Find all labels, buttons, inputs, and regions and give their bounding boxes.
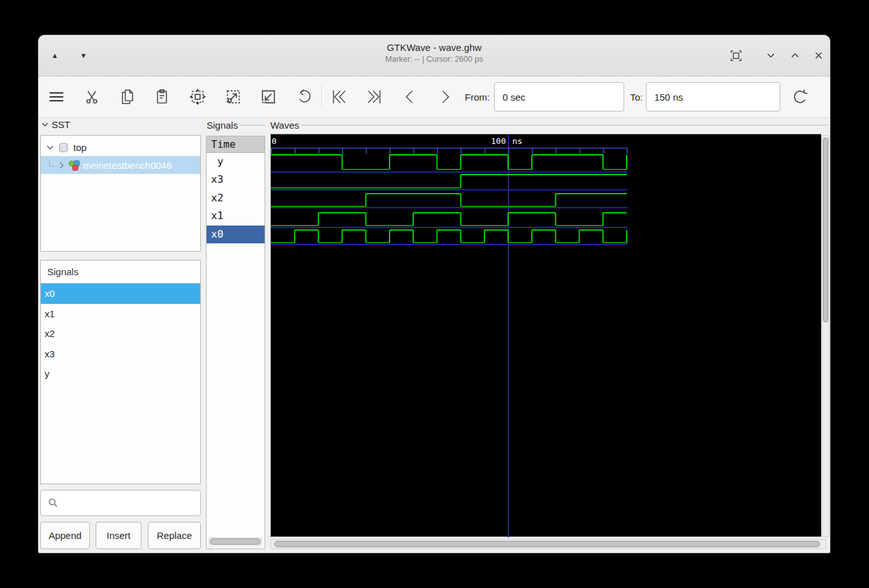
signals-hscrollbar-track[interactable]	[208, 537, 263, 547]
waves-vscrollbar-thumb[interactable]	[823, 138, 828, 322]
fullscreen-icon	[729, 49, 743, 62]
signals-hscrollbar-thumb[interactable]	[210, 538, 261, 545]
wave-signal-name-y[interactable]: y	[207, 153, 265, 171]
go-to-start-button[interactable]	[330, 87, 349, 106]
tree-item-label: top	[73, 142, 87, 153]
signal-name-label: x2	[211, 189, 223, 207]
zoom-out-button[interactable]	[259, 87, 278, 106]
wave-signal-name-x2[interactable]: x2	[207, 189, 265, 207]
wave-signal-name-x0[interactable]: x0	[207, 226, 265, 243]
expander-down-icon[interactable]	[46, 143, 54, 152]
wave-canvas[interactable]: 0100ns	[270, 134, 821, 537]
scissors-icon	[83, 88, 101, 106]
wave-signal-name-x1[interactable]: x1	[207, 207, 265, 225]
titlebar: GTKWave - wave.ghw Marker: -- | Cursor: …	[38, 35, 830, 76]
maximize-button[interactable]	[785, 47, 805, 64]
copy-button[interactable]	[118, 87, 137, 106]
insert-button[interactable]: Insert	[96, 522, 142, 549]
tree-item-meinetestbench0046[interactable]: meinetestbench0046	[41, 156, 200, 174]
zoom-fit-button[interactable]	[188, 87, 207, 106]
sst-expander-icon[interactable]	[41, 120, 49, 129]
signal-name-label: x0	[211, 226, 223, 243]
close-button[interactable]	[808, 47, 829, 64]
waves-frame-label: Waves	[270, 120, 299, 131]
go-to-end-button[interactable]	[365, 87, 384, 106]
toolbar: From: To:	[38, 76, 830, 118]
gtkwave-window: GTKWave - wave.ghw Marker: -- | Cursor: …	[38, 35, 830, 553]
from-input[interactable]	[494, 82, 624, 111]
tree-item-label: meinetestbench0046	[83, 160, 172, 171]
reload-icon	[791, 87, 810, 106]
replace-button[interactable]: Replace	[148, 522, 201, 549]
zoom-fit-icon	[188, 87, 207, 106]
triangle-down-icon: ▼	[80, 52, 87, 59]
fullscreen-button[interactable]	[726, 47, 746, 64]
shift-right-button[interactable]	[435, 87, 455, 106]
signals-column: Time yx3x2x1x0	[206, 136, 265, 549]
frame-border-line	[302, 125, 828, 125]
append-button[interactable]: Append	[40, 522, 90, 549]
signal-search-list: x0x1x2x3y	[41, 283, 200, 384]
waves-vscrollbar-track[interactable]	[822, 135, 829, 537]
chevron-down-icon	[766, 50, 776, 61]
sst-frame-label: SST	[52, 119, 70, 130]
module-icon	[68, 159, 80, 171]
signal-list-item-x2[interactable]: x2	[41, 324, 200, 344]
waves-hscrollbar-thumb[interactable]	[274, 541, 820, 547]
signal-search-panel: Signals x0x1x2x3y	[40, 260, 201, 484]
chevron-up-icon	[790, 50, 800, 61]
svg-text:100: 100	[491, 136, 506, 146]
to-label: To:	[630, 92, 643, 103]
signal-list-item-x1[interactable]: x1	[41, 304, 200, 324]
from-label: From:	[465, 92, 490, 103]
minimize-button[interactable]	[761, 47, 781, 64]
hamburger-menu-icon	[47, 87, 66, 106]
svg-text:ns: ns	[513, 136, 523, 146]
menu-button[interactable]	[47, 87, 66, 106]
zoom-out-icon	[259, 87, 278, 106]
main-content: SST top meinetestbench0046 Signals x0x1x…	[38, 118, 830, 553]
signal-list-header[interactable]: Signals	[41, 261, 200, 283]
waves-hscrollbar-track[interactable]	[270, 539, 826, 549]
zoom-in-button[interactable]	[224, 87, 243, 106]
skip-to-start-icon	[330, 87, 349, 106]
copy-icon	[119, 88, 136, 106]
scroll-up-button[interactable]: ▲	[45, 47, 65, 64]
svg-text:0: 0	[272, 136, 277, 146]
reload-button[interactable]	[791, 87, 810, 106]
time-column-header[interactable]: Time	[207, 136, 265, 153]
signals-column-rows: yx3x2x1x0	[207, 153, 265, 243]
signal-name-label: y	[211, 153, 223, 171]
signal-list-item-x0[interactable]: x0	[41, 283, 200, 304]
zoom-in-icon	[224, 87, 243, 106]
cut-button[interactable]	[82, 87, 101, 106]
tree-item-top[interactable]: top	[41, 138, 200, 156]
chevron-right-icon	[435, 87, 455, 106]
toolbar-separator	[321, 85, 322, 109]
search-input[interactable]	[64, 491, 200, 515]
shift-left-button[interactable]	[400, 87, 420, 106]
tree-guide-icon	[47, 161, 56, 169]
expander-right-icon[interactable]	[57, 161, 66, 169]
database-icon	[58, 142, 69, 153]
chevron-left-icon	[400, 87, 420, 106]
to-input[interactable]	[646, 82, 780, 111]
wave-signal-name-x3[interactable]: x3	[207, 171, 265, 189]
search-box	[40, 490, 201, 516]
sst-tree: top meinetestbench0046	[40, 135, 201, 252]
scroll-down-button[interactable]: ▼	[73, 47, 94, 64]
signals-frame-label: Signals	[207, 120, 238, 131]
frame-border-line	[240, 125, 265, 125]
search-icon	[48, 498, 59, 508]
undo-icon	[295, 88, 313, 106]
triangle-up-icon: ▲	[52, 52, 59, 59]
clipboard-icon	[153, 88, 171, 106]
undo-button[interactable]	[295, 87, 314, 106]
signal-name-label: x3	[211, 171, 223, 189]
waves-svg: 0100ns	[271, 134, 822, 538]
close-icon	[814, 50, 824, 61]
paste-button[interactable]	[152, 87, 172, 106]
marker-cursor-status: Marker: -- | Cursor: 2600 ps	[38, 55, 830, 64]
signal-list-item-x3[interactable]: x3	[41, 344, 200, 364]
signal-list-item-y[interactable]: y	[41, 364, 200, 384]
